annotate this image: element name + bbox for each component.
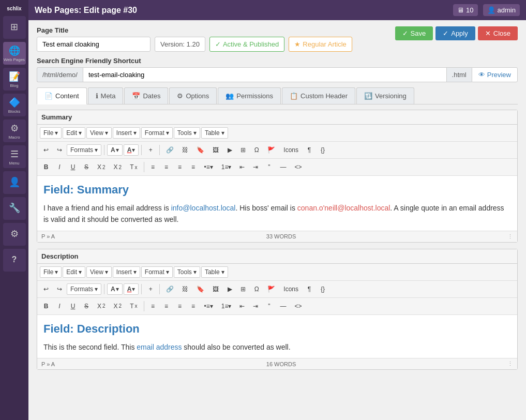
description-align-center-btn[interactable]: ≡	[160, 301, 173, 312]
summary-highlight-btn[interactable]: A▾	[124, 144, 139, 156]
description-special-char-btn[interactable]: Ω	[250, 283, 263, 295]
summary-code-btn[interactable]: <>	[291, 161, 305, 173]
description-content-area[interactable]: Field: Description This is the second fi…	[37, 315, 517, 358]
summary-media-btn[interactable]: ▶	[223, 144, 236, 156]
description-file-menu[interactable]: File▾	[40, 266, 62, 278]
summary-formats-dropdown[interactable]: Formats▾	[67, 144, 101, 156]
summary-underline-btn[interactable]: U	[67, 161, 79, 173]
tab-content[interactable]: 📄 Content	[37, 87, 87, 104]
description-bookmark-btn[interactable]: 🔖	[193, 283, 208, 295]
description-highlight-btn[interactable]: A▾	[124, 283, 139, 295]
description-outdent-btn[interactable]: ⇤	[236, 301, 248, 312]
sidebar-item-blog[interactable]: 📝 Blog	[3, 68, 26, 91]
description-unlink-btn[interactable]: ⛓	[178, 283, 192, 295]
user-menu[interactable]: 👤 admin	[483, 4, 520, 16]
tab-dates[interactable]: 📅 Dates	[124, 87, 168, 104]
description-table-menu[interactable]: Table▾	[201, 266, 228, 278]
sidebar-item-grid[interactable]: ⊞	[3, 16, 26, 39]
summary-table-menu[interactable]: Table▾	[201, 127, 228, 139]
summary-align-right-btn[interactable]: ≡	[174, 161, 186, 173]
summary-flag-btn[interactable]: 🚩	[264, 144, 279, 156]
summary-align-justify-btn[interactable]: ≡	[187, 161, 200, 173]
summary-align-center-btn[interactable]: ≡	[160, 161, 173, 173]
summary-bullets-btn[interactable]: •≡▾	[201, 161, 217, 173]
summary-table-btn[interactable]: ⊞	[237, 144, 249, 156]
tab-versioning[interactable]: 🔃 Versioning	[356, 87, 414, 104]
description-format-menu[interactable]: Format▾	[141, 266, 173, 278]
description-bullets-btn[interactable]: •≡▾	[201, 301, 217, 312]
sidebar-item-help[interactable]: ?	[3, 249, 26, 272]
description-source-btn[interactable]: {}	[317, 283, 329, 295]
description-indent-btn[interactable]: ⇥	[249, 301, 262, 312]
description-align-left-btn[interactable]: ≡	[147, 301, 159, 312]
summary-undo-btn[interactable]: ↩	[40, 144, 52, 156]
summary-tools-menu[interactable]: Tools▾	[174, 127, 200, 139]
description-italic-btn[interactable]: I	[53, 301, 66, 312]
summary-link-btn[interactable]: 🔗	[162, 144, 177, 156]
description-blockquote-btn[interactable]: "	[263, 301, 275, 312]
description-underline-btn[interactable]: U	[67, 301, 79, 312]
summary-outdent-btn[interactable]: ⇤	[236, 161, 248, 173]
summary-special-char-btn[interactable]: Ω	[250, 144, 263, 156]
summary-blockquote-btn[interactable]: "	[263, 161, 275, 173]
tab-options[interactable]: ⚙ Options	[169, 87, 217, 104]
description-tools-menu[interactable]: Tools▾	[174, 266, 200, 278]
sidebar-item-menu[interactable]: ☰ Menu	[3, 145, 26, 168]
summary-pilcrow-btn[interactable]: ¶	[303, 144, 315, 156]
description-bold-btn[interactable]: B	[40, 301, 52, 312]
apply-button[interactable]: ✓ Apply	[435, 26, 475, 40]
description-flag-btn[interactable]: 🚩	[264, 283, 279, 295]
notifications-icon[interactable]: 🖥 10	[453, 4, 477, 16]
summary-unlink-btn[interactable]: ⛓	[178, 144, 192, 156]
summary-numbering-btn[interactable]: 1≡▾	[218, 161, 235, 173]
summary-insert-menu[interactable]: Insert▾	[113, 127, 140, 139]
summary-align-left-btn[interactable]: ≡	[147, 161, 159, 173]
summary-subscript-btn[interactable]: X2	[94, 161, 109, 173]
description-view-menu[interactable]: View▾	[86, 266, 112, 278]
description-redo-btn[interactable]: ↪	[53, 283, 66, 295]
tab-meta[interactable]: ℹ Meta	[88, 87, 124, 104]
summary-resize-handle[interactable]: ⋮	[507, 233, 513, 240]
summary-hr-btn[interactable]: —	[276, 161, 290, 173]
summary-strikethrough-btn[interactable]: S	[80, 161, 93, 173]
shortcut-input[interactable]	[83, 67, 446, 82]
summary-format-menu[interactable]: Format▾	[141, 127, 173, 139]
description-table-btn[interactable]: ⊞	[237, 283, 249, 295]
tab-permissions[interactable]: 👥 Permissions	[218, 87, 281, 104]
summary-italic-btn[interactable]: I	[53, 161, 66, 173]
description-add-btn[interactable]: +	[144, 283, 157, 295]
description-hr-btn[interactable]: —	[276, 301, 290, 312]
tab-custom-header[interactable]: 📋 Custom Header	[282, 87, 355, 104]
summary-bold-btn[interactable]: B	[40, 161, 52, 173]
summary-indent-btn[interactable]: ⇥	[249, 161, 262, 173]
summary-edit-menu[interactable]: Edit▾	[63, 127, 85, 139]
description-pilcrow-btn[interactable]: ¶	[303, 283, 315, 295]
description-undo-btn[interactable]: ↩	[40, 283, 52, 295]
sidebar-item-people[interactable]: 👤	[3, 171, 26, 194]
summary-superscript-btn[interactable]: X2	[110, 161, 126, 173]
description-resize-handle[interactable]: ⋮	[507, 361, 513, 367]
description-insert-menu[interactable]: Insert▾	[113, 266, 140, 278]
summary-bookmark-btn[interactable]: 🔖	[193, 144, 208, 156]
sidebar-item-web-pages[interactable]: 🌐 Web Pages	[3, 42, 26, 65]
summary-file-menu[interactable]: File▾	[40, 127, 62, 139]
description-edit-menu[interactable]: Edit▾	[63, 266, 85, 278]
description-font-color-btn[interactable]: A▾	[107, 283, 123, 295]
description-align-justify-btn[interactable]: ≡	[187, 301, 200, 312]
description-code-btn[interactable]: <>	[291, 301, 305, 312]
save-button[interactable]: ✓ Save	[395, 26, 433, 40]
description-icons-btn[interactable]: Icons	[280, 283, 302, 295]
sidebar-item-tools[interactable]: 🔧	[3, 197, 26, 220]
summary-view-menu[interactable]: View▾	[86, 127, 112, 139]
summary-icons-btn[interactable]: Icons	[280, 144, 302, 156]
page-title-input[interactable]	[37, 37, 151, 52]
summary-content-area[interactable]: Field: Summary I have a friend and his e…	[37, 176, 517, 231]
sidebar-item-blocks[interactable]: 🔷 Blocks	[3, 94, 26, 116]
summary-source-btn[interactable]: {}	[317, 144, 329, 156]
description-clear-format-btn[interactable]: Tx	[126, 301, 141, 312]
sidebar-item-macro[interactable]: ⚙ Macro	[3, 119, 26, 142]
close-button[interactable]: ✕ Close	[478, 26, 518, 40]
description-link-btn[interactable]: 🔗	[162, 283, 177, 295]
preview-button[interactable]: 👁 Preview	[472, 67, 518, 82]
summary-image-btn[interactable]: 🖼	[209, 144, 222, 156]
